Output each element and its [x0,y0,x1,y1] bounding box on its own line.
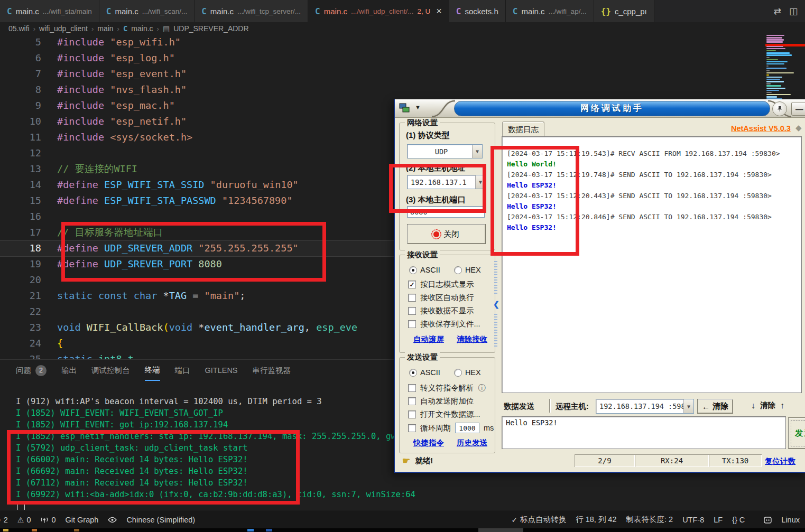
minimap-line [766,72,794,73]
option-2[interactable]: 接收数据不显示 [408,306,474,316]
panel-tab-label: 终端 [145,365,160,375]
status-item-LF[interactable]: LF [714,516,723,524]
option-0[interactable]: 转义符指令解析ⓘ [408,383,486,393]
panel-tab-调试控制台[interactable]: 调试控制台 [91,360,130,381]
down-arrow-icon[interactable]: ↓ [751,401,755,410]
send-text-input[interactable]: Hello ESP32! [502,416,786,449]
window-title: 网络调试助手 [580,103,644,114]
editor-tab-main-c[interactable]: Cmain.c.../wifi_scan/... [99,0,195,22]
close-icon[interactable]: × [436,6,442,17]
status-label: 0 [51,516,55,524]
taskbar-icon [74,529,79,531]
netassist-version-link[interactable]: NetAssist V5.0.3 [731,124,791,133]
minimize-button[interactable]: — [791,102,805,116]
compare-changes-icon[interactable]: ⇄ [774,6,781,17]
collapse-left-icon[interactable]: ❮ [493,300,499,309]
rx-counter: RX:24 [635,454,709,467]
status-item-2[interactable]: ⊗2 [0,516,8,524]
option-2[interactable]: 打开文件数据源... [408,409,480,419]
split-editor-icon[interactable]: ◫ [789,6,798,17]
status-item--2[interactable]: 制表符长度: 2 [626,515,673,525]
editor-tab-main-c[interactable]: Cmain.c.../wifi_udp_client/...2, U× [308,0,449,22]
receive-hex-radio[interactable]: HEX [454,266,481,274]
taskbar-icon [32,529,37,531]
option-3[interactable]: 接收保存到文件... [408,319,480,329]
breadcrumb-item[interactable]: main.c [131,24,153,33]
status-item-UTF-8[interactable]: UTF-8 [682,516,704,524]
remote-host-label: 远程主机: [556,402,589,412]
send-button[interactable]: 发送 [788,417,805,449]
breadcrumb-item[interactable]: UDP_SREVER_ADDR [173,24,248,33]
checkbox-icon[interactable] [408,397,416,405]
panel-tab-问题[interactable]: 问题2 [16,360,47,381]
remote-host-select[interactable]: 192.168.137.194 :59830 ▼ [596,399,694,414]
cycle-period-input[interactable]: 1000 [455,423,479,433]
protocol-select[interactable]: UDP ▼ [407,144,483,158]
auto-scroll-link[interactable]: 自动滚屏 [413,334,444,344]
send-hex-radio[interactable]: HEX [454,368,481,377]
status-item--C[interactable]: {} C [732,516,745,524]
status-item[interactable] [764,516,772,524]
quick-command-link[interactable]: 快捷指令 [413,438,444,448]
netassist-app-icon[interactable] [399,103,411,115]
status-item-Git-Graph[interactable]: Git Graph [66,516,99,524]
reset-counter-link[interactable]: 复位计数 [765,456,795,466]
code-text: #define ESP_WIFI_STA_SSID "duruofu_win10… [41,177,299,193]
titlebar-menu-arrow-icon[interactable]: ▼ [415,104,421,110]
breadcrumb-item[interactable]: main [97,24,113,33]
chevron-down-icon[interactable]: ▼ [472,145,482,158]
history-send-link[interactable]: 历史发送 [457,438,487,448]
send-settings-group: 发送设置 ASCII HEX 转义符指令解析ⓘ自动发送附加位打开文件数据源...… [399,357,495,453]
status-item-Chinese-Simplified-[interactable]: Chinese (Simplified) [126,516,195,524]
up-arrow-icon[interactable]: ↑ [780,401,784,410]
editor-tab-sockets-h[interactable]: Csockets.h [449,0,506,22]
panel-tab-GITLENS[interactable]: GITLENS [205,360,238,381]
editor-tab-c_cpp_pı[interactable]: {}c_cpp_pı [594,0,654,22]
close-connection-button[interactable]: 关闭 [407,224,486,244]
data-send-label: 数据发送 [504,402,534,412]
checkbox-icon[interactable] [408,384,416,392]
status-item-0[interactable]: 0 [40,516,55,524]
clear-send-button[interactable]: ← 清除 [697,399,733,414]
clear-history-link[interactable]: 清除 [760,400,775,410]
chevron-down-icon[interactable]: ▼ [683,399,693,413]
panel-tab-输出[interactable]: 输出 [61,360,77,381]
checkbox-icon[interactable] [408,320,416,328]
checkbox-icon[interactable] [408,410,416,418]
tab-path: .../wifi_scan/... [142,7,188,15]
status-item-0[interactable]: ⚠0 [17,516,31,524]
option-3[interactable]: 循环周期1000ms [408,423,494,433]
pointing-hand-icon: ☛ [402,455,410,466]
checkbox-icon[interactable] [408,307,416,315]
netassist-titlebar[interactable]: ▼ 网络调试助手 — [395,99,805,118]
line-number: 19 [0,256,41,272]
data-log-tab[interactable]: 数据日志 [502,122,544,137]
receive-ascii-radio[interactable]: ASCII [409,266,440,274]
checkbox-icon[interactable] [408,424,416,432]
pin-button[interactable] [772,101,787,116]
checkbox-icon[interactable] [408,294,416,302]
editor-tab-main-c[interactable]: Cmain.c.../wifi_sta/main [0,0,99,22]
option-1[interactable]: 自动发送附加位 [408,396,474,406]
editor-tab-main-c[interactable]: Cmain.c.../wifi_tcp_server/... [195,0,308,22]
option-0[interactable]: ✓按日志模式显示 [408,279,474,290]
option-1[interactable]: 接收区自动换行 [408,293,474,303]
tab-filename: main.c [16,7,39,16]
minimap-line [766,59,778,60]
breadcrumb-item[interactable]: wifi_udp_client [39,24,88,33]
status-item[interactable] [108,517,117,523]
panel-tab-串行监视器[interactable]: 串行监视器 [253,360,291,381]
status-item--[interactable]: ✓标点自动转换 [511,515,566,525]
editor-tab-main-c[interactable]: Cmain.c.../wifi_ap/... [506,0,594,22]
breadcrumb-item[interactable]: 05.wifi [8,24,30,33]
minimap[interactable] [765,35,805,100]
protocol-type-label: (1) 协议类型 [406,130,450,141]
clear-receive-link[interactable]: 清除接收 [457,334,487,344]
status-label: 标点自动转换 [520,515,566,525]
checkbox-icon[interactable]: ✓ [408,281,416,288]
panel-tab-端口[interactable]: 端口 [175,360,190,381]
status-item--18-42[interactable]: 行 18, 列 42 [576,515,616,525]
panel-tab-终端[interactable]: 终端 [145,360,160,381]
send-ascii-radio[interactable]: ASCII [409,368,440,377]
status-item-Linux[interactable]: Linux [781,516,800,524]
